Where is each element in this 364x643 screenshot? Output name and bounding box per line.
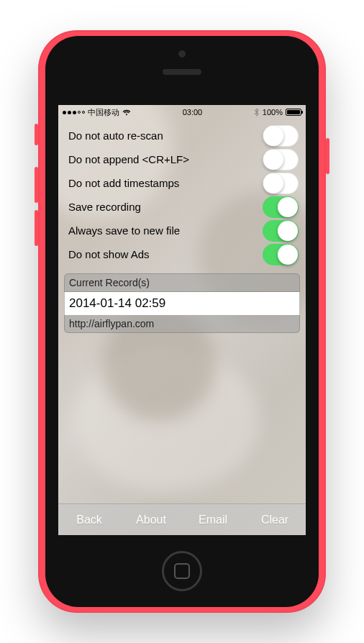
front-camera: [178, 50, 186, 58]
settings-list: Do not auto re-scanDo not append <CR+LF>…: [58, 119, 306, 269]
side-button: [35, 167, 38, 203]
bottom-toolbar: Back About Email Clear: [58, 503, 306, 535]
setting-label: Do not show Ads: [68, 248, 263, 260]
setting-row: Always save to new file: [68, 219, 299, 242]
setting-label: Always save to new file: [68, 224, 263, 237]
setting-row: Do not add timestamps: [68, 171, 299, 195]
records-item[interactable]: 2014-01-14 02:59: [64, 292, 300, 315]
email-button[interactable]: Email: [182, 514, 244, 526]
phone-shell: 中国移动 03:00 100%: [38, 30, 326, 613]
setting-label: Do not auto re-scan: [68, 129, 263, 142]
side-button: [326, 138, 329, 174]
phone-bezel: 中国移动 03:00 100%: [45, 36, 319, 607]
records-footer-link[interactable]: http://airflypan.com: [64, 315, 300, 333]
setting-toggle[interactable]: [263, 149, 299, 170]
setting-label: Do not add timestamps: [68, 177, 263, 189]
signal-dots-icon: [63, 111, 85, 114]
clock-label: 03:00: [131, 108, 254, 117]
records-panel: Current Record(s) 2014-01-14 02:59 http:…: [64, 273, 300, 333]
setting-toggle[interactable]: [263, 220, 299, 242]
setting-row: Do not show Ads: [68, 242, 299, 266]
setting-row: Do not auto re-scan: [68, 124, 299, 147]
about-button[interactable]: About: [120, 514, 182, 526]
records-header: Current Record(s): [64, 273, 300, 292]
side-button: [35, 210, 38, 246]
battery-pct-label: 100%: [263, 108, 283, 117]
setting-row: Save recording: [68, 195, 299, 219]
carrier-label: 中国移动: [88, 107, 119, 118]
setting-label: Do not append <CR+LF>: [68, 153, 263, 165]
clear-button[interactable]: Clear: [244, 514, 306, 526]
back-button[interactable]: Back: [58, 514, 120, 526]
side-button: [35, 124, 38, 145]
bluetooth-icon: [254, 108, 260, 117]
setting-label: Save recording: [68, 201, 263, 213]
home-button[interactable]: [162, 551, 202, 591]
wifi-icon: [122, 109, 131, 116]
screen: 中国移动 03:00 100%: [58, 105, 306, 535]
setting-toggle[interactable]: [263, 196, 299, 218]
setting-toggle[interactable]: [263, 125, 299, 147]
status-bar: 中国移动 03:00 100%: [58, 105, 306, 119]
earpiece: [163, 69, 201, 75]
setting-toggle[interactable]: [263, 173, 299, 194]
battery-icon: [286, 109, 301, 116]
setting-row: Do not append <CR+LF>: [68, 147, 299, 171]
device-mockup: 中国移动 03:00 100%: [0, 0, 364, 643]
setting-toggle[interactable]: [263, 244, 299, 265]
